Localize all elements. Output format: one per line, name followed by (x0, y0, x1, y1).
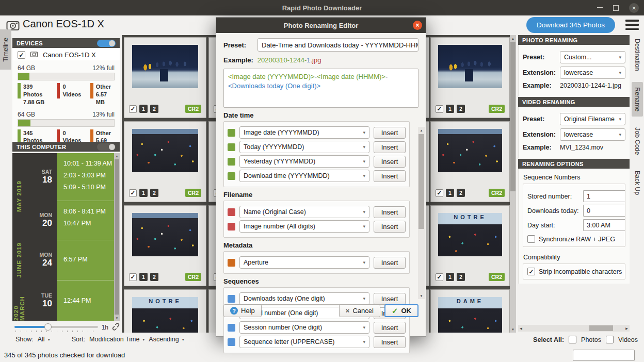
thumb-checkbox[interactable]: ✓ (436, 105, 443, 113)
download-button[interactable]: Download 345 Photos (526, 17, 615, 33)
token-dropdown[interactable]: Session number (One digit)▾ (239, 321, 369, 334)
tab-rename[interactable]: Rename (632, 82, 643, 117)
pattern-token[interactable]: <Image date (YYYYMMDD)> (228, 73, 315, 80)
devices-toggle[interactable] (97, 40, 116, 47)
date-time-group: Image date (YYYYMMDD)▾ Insert Today (YYY… (223, 121, 410, 187)
thumb-checkbox[interactable]: ✓ (129, 105, 137, 113)
tab-job-code[interactable]: Job Code (632, 122, 643, 160)
thumb-checkbox[interactable]: ✓ (436, 273, 443, 281)
slider-handle[interactable] (44, 323, 52, 331)
thumb-checkbox[interactable]: ✓ (129, 273, 137, 281)
unlink-icon[interactable] (112, 323, 120, 332)
thumb-checkbox[interactable]: ✓ (129, 189, 137, 197)
stored-number-input[interactable]: 1 (583, 190, 625, 202)
scroll-down-icon[interactable]: ▼ (418, 293, 425, 299)
pattern-literal[interactable]: - (385, 73, 388, 80)
preset-dropdown[interactable]: Date-Time and Downloads today - YYYYMMDD… (257, 38, 418, 52)
thumbnail-card[interactable]: ✓ 1 2 CR2 (124, 37, 206, 118)
sort-dropdown[interactable]: Modification Time▾ (89, 336, 144, 343)
insert-button[interactable]: Insert (374, 322, 406, 334)
video-extension-dropdown[interactable]: lowercase▾ (560, 128, 625, 141)
photo-preset-dropdown[interactable]: Custom...▾ (560, 51, 625, 63)
insert-button[interactable]: Insert (374, 156, 406, 168)
maximize-button[interactable] (613, 5, 619, 11)
timeline-day-row[interactable]: TUE 10 12:44 PM (26, 280, 114, 321)
tab-destination[interactable]: Destination (632, 34, 643, 76)
insert-button[interactable]: Insert (374, 141, 406, 153)
close-button[interactable]: × (629, 3, 639, 13)
sort-order-dropdown[interactable]: Ascending▾ (149, 336, 184, 343)
token-dropdown[interactable]: Image date (YYYYMMDD)▾ (239, 126, 369, 139)
token-dropdown[interactable]: Sequence letter (UPPERCASE)▾ (239, 336, 369, 348)
timeline-day-row[interactable]: SAT 18 10:01 - 11:39 AM 2:03 - 3:03 PM 5… (26, 153, 114, 201)
scroll-up-icon[interactable]: ▲ (418, 127, 425, 133)
scroll-up-icon[interactable]: ▲ (510, 36, 516, 41)
insert-button[interactable]: Insert (374, 293, 406, 305)
scroll-down-icon[interactable]: ▼ (510, 326, 516, 332)
select-all-photos-checkbox[interactable] (569, 336, 576, 343)
thumbnails-scrollbar[interactable]: ▲ ▼ (510, 35, 516, 333)
timeline-slider[interactable] (14, 323, 98, 332)
device-row[interactable]: ✓ Canon EOS-1D X (12, 48, 120, 62)
thumbnail-card[interactable]: ✓ 1 2 CR2 (124, 205, 206, 286)
menu-icon[interactable] (625, 20, 639, 30)
this-computer-toggle[interactable] (97, 143, 116, 151)
ok-button[interactable]: ✓ OK (384, 304, 418, 317)
token-dropdown[interactable]: Name (Original Case)▾ (239, 206, 369, 218)
help-button[interactable]: ? Help (223, 304, 262, 317)
dialog-close-button[interactable]: × (413, 21, 422, 30)
show-dropdown[interactable]: All▾ (38, 336, 50, 343)
token-dropdown[interactable]: Yesterday (YYYYMMDD)▾ (239, 155, 369, 168)
insert-button[interactable]: Insert (374, 257, 406, 269)
thumbnail-card[interactable]: DAME (430, 289, 510, 333)
insert-button[interactable]: Insert (374, 221, 406, 233)
strip-characters-checkbox[interactable]: ✓ (527, 268, 535, 275)
scroll-right-icon[interactable]: ▶ (624, 325, 630, 332)
photo-banner-text: DAME (438, 298, 502, 304)
video-preset-dropdown[interactable]: Original Filename▾ (560, 113, 625, 125)
help-icon: ? (230, 307, 238, 315)
thumbnail-card[interactable]: ✓ 1 2 CR2 (430, 37, 510, 118)
downloads-today-input[interactable]: 0 (583, 205, 625, 217)
thumbnail-card[interactable]: ✓ 1 2 CR2 (430, 121, 510, 202)
token-dropdown[interactable]: Downloads today (One digit)▾ (239, 292, 369, 305)
tab-back-up[interactable]: Back Up (632, 166, 643, 200)
timeline-day-row[interactable]: MON 20 8:06 - 8:41 PM 10:47 PM (26, 201, 114, 240)
token-dropdown[interactable]: Image number (All digits)▾ (239, 220, 369, 233)
token-dropdown[interactable]: Aperture▾ (239, 256, 369, 269)
cancel-button[interactable]: × Cancel (339, 304, 380, 317)
select-all-videos-checkbox[interactable] (606, 336, 614, 343)
scroll-up-icon[interactable]: ▲ (114, 153, 120, 159)
scroll-down-icon[interactable]: ▼ (114, 315, 120, 321)
insert-button[interactable]: Insert (374, 336, 406, 348)
photos-swatch (18, 83, 21, 98)
scroll-left-icon[interactable]: ◀ (518, 325, 524, 332)
photo-extension-dropdown[interactable]: lowercase▾ (560, 67, 625, 79)
sync-raw-jpeg-checkbox[interactable] (527, 235, 535, 243)
tab-timeline[interactable]: Timeline (0, 29, 11, 70)
section-title: Date time (223, 111, 410, 119)
bottom-right-input[interactable] (573, 350, 635, 361)
token-dropdown[interactable]: Download time (YYYYMMDD)▾ (239, 170, 369, 182)
timeline-scrollbar[interactable]: ▲ ▼ (114, 153, 120, 321)
token-dropdown[interactable]: Today (YYYYMMDD)▾ (239, 141, 369, 153)
pattern-token[interactable]: <Image date (HHMM)> (317, 73, 385, 80)
rename-panel-hscrollbar[interactable]: ◀ ▶ (518, 325, 630, 332)
format-badge: CR2 (489, 189, 505, 197)
minimize-button[interactable] (597, 7, 603, 8)
insert-button[interactable]: Insert (374, 127, 406, 139)
day-start-input[interactable]: 3:00 AM (583, 219, 625, 231)
timeline-day-row[interactable]: MON 24 6:57 PM (26, 240, 114, 280)
sequence-swatch (228, 338, 235, 346)
insert-button[interactable]: Insert (374, 170, 406, 182)
device-checkbox[interactable]: ✓ (18, 51, 25, 59)
thumb-checkbox[interactable]: ✓ (436, 189, 443, 197)
thumbnail-card[interactable]: NOTRE ✓ 1 2 CR2 (430, 205, 510, 286)
day-of-week: MON (40, 212, 53, 218)
thumbnail-card[interactable]: NOTRE ✓ 1 2 CR2 (124, 289, 206, 333)
pattern-token[interactable]: <Downloads today (One digit)> (228, 82, 320, 90)
dialog-scrollbar[interactable]: ▲ ▼ (418, 127, 425, 299)
rename-pattern-editor[interactable]: <Image date (YYYYMMDD)>-<Image date (HHM… (223, 69, 418, 108)
insert-button[interactable]: Insert (374, 206, 406, 218)
thumbnail-card[interactable]: ✓ 1 2 CR2 (124, 121, 206, 202)
